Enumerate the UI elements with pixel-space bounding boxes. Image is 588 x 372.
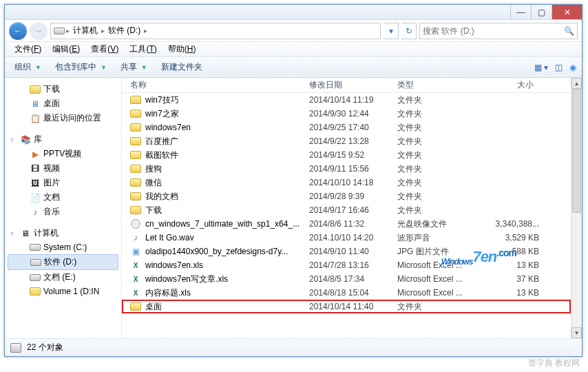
nav-pictures[interactable]: 🖼图片 (5, 176, 121, 190)
file-size: 13 KB (479, 260, 547, 270)
scroll-thumb[interactable] (572, 89, 581, 213)
file-date: 2014/8/6 11:32 (309, 219, 397, 229)
file-type: 光盘映像文件 (397, 218, 479, 230)
breadcrumb-computer[interactable]: 计算机 (71, 25, 100, 37)
file-row[interactable]: Xwindows7en写文章.xls2014/8/5 17:34Microsof… (122, 272, 571, 286)
xls-icon: X (130, 273, 141, 285)
file-type: 文件夹 (397, 301, 479, 313)
search-box[interactable]: 🔍 (419, 23, 578, 39)
back-button[interactable]: ← (9, 22, 27, 40)
nav-videos[interactable]: 🎞视频 (5, 161, 121, 176)
file-name: 内容标题.xls (145, 287, 191, 299)
help-button[interactable]: ◉ (569, 63, 576, 72)
file-row[interactable]: Xwindows7en.xls2014/7/28 13:16Microsoft … (122, 258, 571, 272)
file-type: 文件夹 (397, 122, 479, 134)
file-name: oladipo1440x900_by_zefdesigns-d7y... (145, 247, 288, 256)
breadcrumb-drive[interactable]: 软件 (D:) (106, 25, 143, 37)
file-type: 文件夹 (397, 94, 479, 106)
file-type: 文件夹 (397, 136, 479, 147)
file-size: 13 KB (479, 288, 547, 298)
file-row[interactable]: 搜狗2014/9/11 15:56文件夹 (122, 162, 571, 176)
folder-icon (130, 149, 141, 161)
file-type: 文件夹 (397, 149, 479, 161)
file-name: windows7en写文章.xls (145, 273, 228, 285)
menu-view[interactable]: 查看(V) (87, 42, 123, 56)
file-date: 2014/9/30 12:44 (309, 109, 397, 118)
file-type: 文件夹 (397, 108, 479, 120)
file-date: 2014/9/11 15:56 (309, 164, 397, 174)
menu-file[interactable]: 文件(F) (10, 42, 45, 56)
scroll-down-button[interactable]: ▼ (571, 327, 582, 338)
nav-downloads[interactable]: 下载 (5, 82, 121, 96)
file-row[interactable]: X内容标题.xls2014/8/18 15:04Microsoft Excel … (122, 286, 571, 300)
nav-system-c[interactable]: System (C:) (5, 240, 121, 254)
file-name: 搜狗 (145, 163, 162, 175)
file-row[interactable]: 百度推广2014/9/22 13:28文件夹 (122, 134, 571, 148)
nav-software-d[interactable]: 软件 (D:) (8, 254, 118, 270)
file-row[interactable]: 截图软件2014/9/15 9:52文件夹 (122, 148, 571, 162)
file-row[interactable]: 微信2014/10/10 14:18文件夹 (122, 176, 571, 189)
jpg-icon: ▣ (130, 246, 141, 257)
col-type[interactable]: 类型 (397, 79, 479, 91)
forward-button[interactable]: → (30, 22, 48, 40)
file-row[interactable]: windows7en2014/9/25 17:40文件夹 (122, 121, 571, 134)
file-date: 2014/8/5 17:34 (309, 274, 397, 284)
maximize-button[interactable]: ▢ (531, 5, 552, 19)
history-dropdown[interactable]: ▾ (384, 23, 399, 39)
nav-computer[interactable]: ▿🖥计算机 (5, 226, 121, 240)
file-row[interactable]: cn_windows_7_ultimate_with_sp1_x64_...20… (122, 217, 571, 231)
search-input[interactable] (423, 26, 564, 36)
minimize-button[interactable]: — (510, 5, 531, 19)
folder-icon (130, 94, 141, 105)
nav-music[interactable]: ♪音乐 (5, 205, 121, 219)
col-date[interactable]: 修改日期 (309, 79, 397, 91)
drive-icon (54, 25, 65, 37)
wav-icon: ♪ (130, 232, 141, 243)
scroll-up-button[interactable]: ▲ (571, 78, 582, 89)
file-type: 文件夹 (397, 163, 479, 175)
folder-icon (130, 191, 141, 202)
tb-new-folder[interactable]: 新建文件夹 (157, 60, 207, 74)
view-options-button[interactable]: ▦ ▾ (534, 63, 548, 72)
chevron-right-icon[interactable]: ▸ (144, 27, 147, 34)
drive-icon (10, 342, 21, 353)
explorer-window: — ▢ ✕ ← → ▸ 计算机 ▸ 软件 (D:) ▸ ▾ ↻ 🔍 文件(F) … (4, 4, 582, 357)
tb-organize[interactable]: 组织▼ (10, 60, 45, 74)
vertical-scrollbar[interactable]: ▲ ▼ (571, 78, 582, 338)
menu-tools[interactable]: 工具(T) (125, 42, 160, 56)
nav-documents[interactable]: 📄文档 (5, 190, 121, 205)
file-name: 百度推广 (145, 136, 178, 147)
tb-share[interactable]: 共享▼ (116, 60, 151, 74)
toolbar: 组织▼ 包含到库中▼ 共享▼ 新建文件夹 ▦ ▾ ◫ ◉ (5, 57, 582, 78)
chevron-right-icon[interactable]: ▸ (66, 27, 70, 34)
preview-pane-button[interactable]: ◫ (555, 63, 563, 72)
file-row[interactable]: win7之家2014/9/30 12:44文件夹 (122, 107, 571, 121)
breadcrumb[interactable]: ▸ 计算机 ▸ 软件 (D:) ▸ (50, 23, 381, 39)
tb-include-library[interactable]: 包含到库中▼ (51, 60, 111, 74)
file-type: 文件夹 (397, 205, 479, 216)
file-row[interactable]: ♪Let It Go.wav2014.10/10 14:20波形声音3,529 … (122, 231, 571, 245)
file-row[interactable]: 下载2014/9/17 16:46文件夹 (122, 203, 571, 217)
nav-pptv[interactable]: ▶PPTV视频 (5, 147, 121, 161)
nav-recent[interactable]: 📋最近访问的位置 (5, 111, 121, 125)
close-button[interactable]: ✕ (552, 5, 582, 19)
nav-volume-1[interactable]: Volume 1 (D:IN (5, 285, 121, 298)
file-row[interactable]: win7技巧2014/10/14 11:19文件夹 (122, 93, 571, 107)
nav-desktop[interactable]: 🖥桌面 (5, 96, 121, 111)
file-type: 波形声音 (397, 232, 479, 244)
refresh-button[interactable]: ↻ (401, 23, 417, 39)
file-row[interactable]: 桌面2014/10/14 11:40文件夹 (122, 300, 571, 313)
file-row[interactable]: 我的文档2014/9/28 9:39文件夹 (122, 189, 571, 203)
nav-libraries[interactable]: ▿📚库 (5, 132, 121, 147)
file-date: 2014/9/17 16:46 (309, 205, 397, 215)
status-count: 22 个对象 (27, 342, 63, 353)
file-row[interactable]: ▣oladipo1440x900_by_zefdesigns-d7y...201… (122, 245, 571, 258)
nav-documents-e[interactable]: 文档 (E:) (5, 270, 121, 285)
menu-edit[interactable]: 编辑(E) (48, 42, 84, 56)
col-size[interactable]: 大小 (479, 79, 547, 91)
file-date: 2014/9/25 17:40 (309, 123, 397, 132)
menu-help[interactable]: 帮助(H) (164, 42, 200, 56)
col-name[interactable]: 名称 (130, 79, 309, 91)
chevron-right-icon[interactable]: ▸ (101, 27, 105, 34)
file-type: Microsoft Excel ... (397, 260, 479, 270)
